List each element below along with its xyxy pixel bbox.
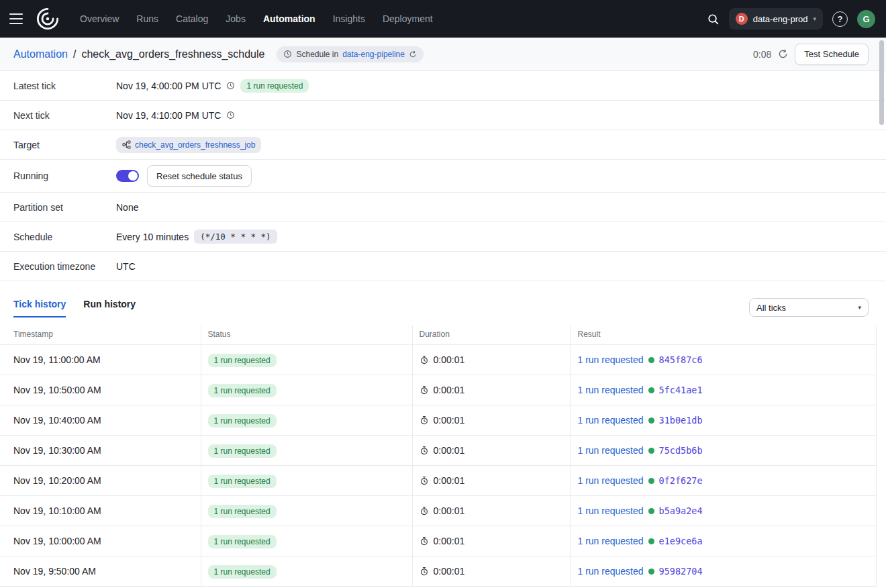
avatar-initial: G [863,14,869,24]
run-success-dot [648,478,654,484]
col-header-duration: Duration [412,326,571,345]
run-success-dot [648,448,654,454]
stopwatch-icon [420,506,429,516]
tick-duration-cell: 0:00:01 [412,375,571,405]
code-location-link[interactable]: data-eng-pipeline [342,50,405,59]
tick-result-link[interactable]: 1 run requested [578,385,644,395]
target-job-chip[interactable]: check_avg_orders_freshness_job [116,137,261,153]
tick-result-link[interactable]: 1 run requested [578,536,644,546]
nav-item-jobs[interactable]: Jobs [217,0,254,38]
clock-icon [226,111,235,119]
next-tick-time: Nov 19, 4:10:00 PM UTC [116,110,221,121]
tick-duration-cell: 0:00:01 [412,526,571,556]
tick-row: Nov 19, 10:50:00 AM 1 run requested 0:00… [0,375,876,405]
nav-item-automation[interactable]: Automation [254,0,324,38]
stopwatch-icon [420,476,429,485]
reset-schedule-status-button[interactable]: Reset schedule status [147,165,252,187]
tick-table-header-row: Timestamp Status Duration Result [0,326,876,345]
tick-timestamp: Nov 19, 10:20:00 AM [13,475,101,486]
clock-icon [283,50,292,58]
tick-duration-value: 0:00:01 [434,505,465,516]
run-success-dot [648,538,654,544]
latest-tick-label: Latest tick [13,81,116,91]
tick-result-link[interactable]: 1 run requested [578,475,644,486]
tick-status-cell: 1 run requested [201,556,412,587]
tick-timestamp-cell: Nov 19, 10:00:00 AM [0,526,201,556]
refresh-countdown: 0:08 [753,49,771,60]
chevron-down-icon: ▾ [858,304,861,311]
latest-tick-status-badge: 1 run requested [240,79,309,93]
tick-result-link[interactable]: 1 run requested [578,354,644,365]
nav-item-catalog[interactable]: Catalog [167,0,217,38]
tick-duration-value: 0:00:01 [434,475,465,486]
nav-item-deployment[interactable]: Deployment [374,0,442,38]
stopwatch-icon [420,355,429,364]
tick-row: Nov 19, 11:00:00 AM 1 run requested 0:00… [0,345,876,375]
next-tick-label: Next tick [13,110,116,121]
tick-status-cell: 1 run requested [201,496,412,526]
tick-status-badge: 1 run requested [208,414,277,428]
tick-result-link[interactable]: 1 run requested [578,445,644,456]
tick-run-id-link[interactable]: 75cd5b6b [659,445,703,456]
nav-right: D data-eng-prod ▾ ? G [707,8,875,30]
nav-item-insights[interactable]: Insights [324,0,374,38]
col-header-timestamp: Timestamp [0,326,201,345]
tick-result-link[interactable]: 1 run requested [578,566,644,577]
tick-run-id-link[interactable]: b5a9a2e4 [659,505,703,516]
deployment-name: data-eng-prod [753,14,808,24]
tick-timestamp: Nov 19, 10:10:00 AM [13,505,101,516]
partition-set-label: Partition set [13,202,116,213]
page-title: check_avg_orders_freshness_schdule [81,48,264,60]
deployment-badge: D [736,13,748,25]
tick-duration-value: 0:00:01 [434,415,465,426]
refresh-icon[interactable] [778,49,788,59]
test-schedule-button[interactable]: Test Schedule [795,44,869,65]
tick-duration-cell: 0:00:01 [412,345,571,375]
deployment-switcher[interactable]: D data-eng-prod ▾ [729,8,823,30]
tick-result-cell: 1 run requested e1e9ce6a [571,526,876,556]
help-icon[interactable]: ? [832,11,848,27]
tick-result-link[interactable]: 1 run requested [578,505,644,516]
tick-result-cell: 1 run requested b5a9a2e4 [571,496,876,526]
search-icon[interactable] [707,13,720,26]
tick-result-cell: 1 run requested 31b0e1db [571,405,876,436]
latest-tick-time: Nov 19, 4:00:00 PM UTC [116,81,221,91]
tick-run-id-link[interactable]: 31b0e1db [659,415,703,426]
detail-row-running: Running Reset schedule status [0,160,886,193]
target-label: Target [13,140,116,150]
detail-row-partition-set: Partition set None [0,193,886,222]
tick-filter-select[interactable]: All ticks ▾ [749,298,869,317]
tick-timestamp: Nov 19, 11:00:00 AM [13,354,101,365]
tick-run-id-link[interactable]: 5fc41ae1 [659,385,703,395]
run-success-dot [648,387,654,393]
tab-run-history[interactable]: Run history [83,299,136,317]
breadcrumb-automation-link[interactable]: Automation [13,48,68,60]
tab-tick-history[interactable]: Tick history [13,299,66,317]
timezone-value: UTC [116,261,136,272]
nav-item-overview[interactable]: Overview [71,0,128,38]
tick-filter-value: All ticks [756,303,786,313]
run-success-dot [648,569,654,575]
tick-duration-cell: 0:00:01 [412,496,571,526]
vertical-scrollbar-thumb[interactable] [879,40,884,125]
tick-status-cell: 1 run requested [201,466,412,496]
detail-row-target: Target check_avg_orders_freshness_job [0,130,886,160]
running-toggle[interactable] [116,170,139,182]
dagster-logo[interactable] [35,6,60,32]
tick-run-id-link[interactable]: 845f87c6 [659,354,703,365]
hamburger-menu-icon[interactable] [9,9,30,29]
tick-row: Nov 19, 10:00:00 AM 1 run requested 0:00… [0,526,876,556]
tick-run-id-link[interactable]: 95982704 [659,566,703,577]
tick-duration-cell: 0:00:01 [412,556,571,587]
tick-timestamp: Nov 19, 9:50:00 AM [13,566,96,577]
tick-run-id-link[interactable]: e1e9ce6a [659,536,703,546]
nav-item-runs[interactable]: Runs [128,0,167,38]
timezone-label: Execution timezone [13,261,116,272]
tick-run-id-link[interactable]: 0f2f627e [659,475,703,486]
user-avatar[interactable]: G [857,10,875,28]
tick-status-badge: 1 run requested [208,384,277,397]
running-label: Running [13,170,116,181]
stopwatch-icon [420,536,429,546]
job-graph-icon [122,140,131,149]
tick-result-link[interactable]: 1 run requested [578,415,644,426]
